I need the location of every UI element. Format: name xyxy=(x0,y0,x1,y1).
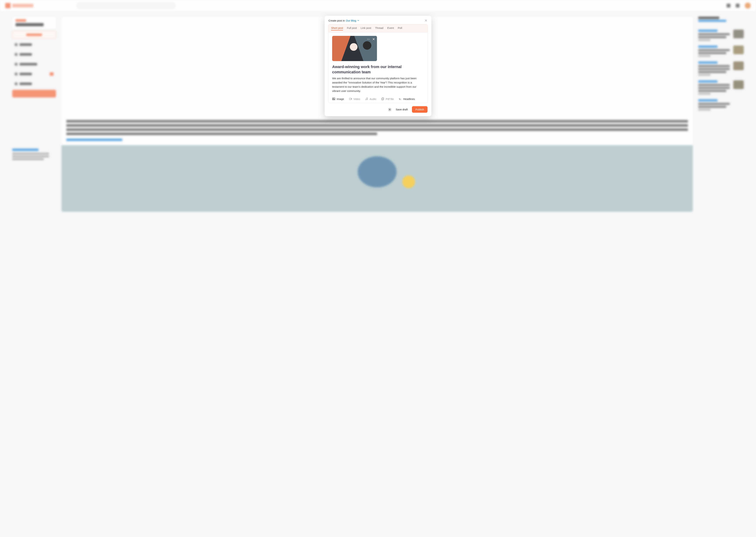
headlines-button[interactable]: TT Headlines xyxy=(399,97,415,101)
more-icon xyxy=(367,38,370,41)
close-icon xyxy=(372,38,375,41)
post-type-tabs: Short post Full post Link post Thread Ev… xyxy=(328,24,428,32)
pdf-icon xyxy=(381,97,384,101)
tab-full-post[interactable]: Full post xyxy=(347,26,357,30)
post-title-input[interactable]: Award-winning work from our internal com… xyxy=(332,64,424,74)
tab-thread[interactable]: Thread xyxy=(375,26,383,30)
video-icon xyxy=(349,97,352,101)
post-editor: Award-winning work from our internal com… xyxy=(328,32,428,103)
attach-image-button[interactable]: Image xyxy=(332,97,344,101)
svg-point-10 xyxy=(365,100,366,100)
create-post-label: Create post in xyxy=(328,19,345,22)
create-post-modal: Create post in Our Blog Short post Full … xyxy=(325,16,431,116)
svg-point-11 xyxy=(367,99,367,100)
attach-pdf-label: Pdf file xyxy=(386,98,394,101)
post-body-input[interactable]: We are thrilled to announce that our com… xyxy=(332,76,424,93)
tab-event[interactable]: Event xyxy=(387,26,394,30)
modal-footer: Save draft Publish xyxy=(325,103,431,116)
attach-audio-button[interactable]: Audio xyxy=(365,97,376,101)
tab-short-post[interactable]: Short post xyxy=(331,26,343,30)
attach-audio-label: Audio xyxy=(370,98,376,101)
tab-link-post[interactable]: Link post xyxy=(361,26,371,30)
tab-poll[interactable]: Poll xyxy=(398,26,402,30)
attachment-toolbar: Image Video Audio Pdf file TT Headlines xyxy=(332,97,424,101)
svg-point-16 xyxy=(389,109,390,110)
attached-image[interactable] xyxy=(332,36,377,61)
svg-text:T: T xyxy=(399,98,400,100)
modal-header: Create post in Our Blog xyxy=(325,16,431,24)
modal-overlay: Create post in Our Blog Short post Full … xyxy=(0,0,756,537)
attach-video-button[interactable]: Video xyxy=(349,97,360,101)
svg-point-2 xyxy=(367,39,368,40)
publish-button[interactable]: Publish xyxy=(412,106,428,113)
image-more-button[interactable] xyxy=(367,38,370,41)
svg-rect-9 xyxy=(349,98,351,100)
attach-image-label: Image xyxy=(337,98,344,101)
blog-selector[interactable]: Our Blog xyxy=(346,19,359,22)
blog-name: Our Blog xyxy=(346,19,356,22)
gear-icon xyxy=(388,108,392,111)
chevron-down-icon xyxy=(357,19,359,22)
attach-pdf-button[interactable]: Pdf file xyxy=(381,97,394,101)
close-icon xyxy=(424,19,428,22)
image-icon xyxy=(332,97,335,101)
svg-point-3 xyxy=(368,39,369,40)
svg-text:T: T xyxy=(400,99,401,100)
post-settings-button[interactable] xyxy=(388,108,392,111)
svg-point-4 xyxy=(369,39,370,40)
close-modal-button[interactable] xyxy=(424,19,428,22)
attach-video-label: Video xyxy=(354,98,360,101)
headlines-icon: TT xyxy=(399,97,402,101)
save-draft-button[interactable]: Save draft xyxy=(396,108,407,111)
audio-icon xyxy=(365,97,368,101)
headlines-label: Headlines xyxy=(403,98,415,101)
image-remove-button[interactable] xyxy=(372,38,375,41)
